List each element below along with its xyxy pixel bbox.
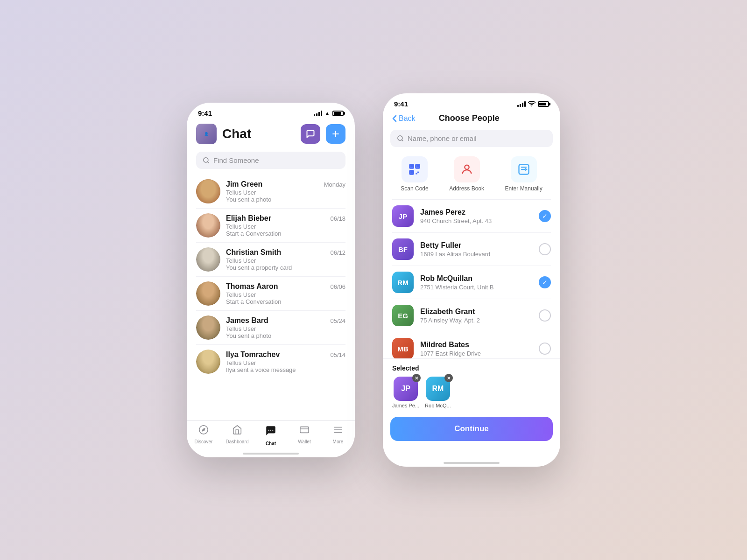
contact-elizabeth-grant[interactable]: EG Elizabeth Grant 75 Ainsley Way, Apt. … <box>383 299 560 332</box>
tab-label-wallet: Wallet <box>298 439 310 444</box>
info-james-perez: James Perez 940 Church Street, Apt. 43 <box>420 208 532 224</box>
chat-avatar-main: 👤 <box>196 124 217 144</box>
search-icon-1 <box>203 157 210 164</box>
page-header-2: Back Choose People <box>383 111 560 130</box>
tab-dashboard[interactable]: Dashboard <box>220 425 254 446</box>
chat-item-jim[interactable]: Jim Green Monday Tellus User You sent a … <box>187 175 355 208</box>
tab-label-dashboard: Dashboard <box>226 439 249 444</box>
tab-label-discover: Discover <box>195 439 213 444</box>
avatar-james-perez: JP <box>392 205 414 227</box>
status-bar-2: 9:41 <box>383 93 560 111</box>
check-rob-mcquillan[interactable]: ✓ <box>539 276 551 288</box>
chat-info-elijah: Elijah Bieber 06/18 Tellus User Start a … <box>226 214 345 237</box>
check-mildred-bates[interactable] <box>539 343 551 355</box>
chat-item-christian[interactable]: Christian Smith 06/12 Tellus User You se… <box>187 243 355 276</box>
check-james-perez[interactable]: ✓ <box>539 210 551 222</box>
chat-info-james-bard: James Bard 05/24 Tellus User You sent a … <box>226 316 345 339</box>
tab-chat[interactable]: Chat <box>254 425 288 446</box>
address-book-button[interactable]: Address Book <box>449 156 484 192</box>
tab-discover[interactable]: Discover <box>187 425 220 446</box>
chat-name-jim: Jim Green <box>226 180 262 189</box>
svg-line-3 <box>207 161 209 163</box>
address-book-label: Address Book <box>449 185 484 192</box>
tab-wallet[interactable]: Wallet <box>288 425 321 446</box>
enter-icon-box <box>511 156 537 182</box>
tab-bar-1: Discover Dashboard Chat Wallet More <box>187 420 355 457</box>
scan-code-button[interactable]: Scan Code <box>401 156 428 192</box>
svg-point-7 <box>270 430 271 431</box>
avatar-rob-mcquillan: RM <box>392 272 414 293</box>
svg-point-6 <box>268 430 269 431</box>
chip-name-rm: Rob McQ... <box>425 403 451 408</box>
wallet-icon <box>299 425 310 438</box>
scan-code-label: Scan Code <box>401 185 428 192</box>
chat-info-christian: Christian Smith 06/12 Tellus User You se… <box>226 248 345 271</box>
avatar-elizabeth-grant: EG <box>392 305 414 326</box>
contact-rob-mcquillan[interactable]: RM Rob McQuillan 2751 Wisteria Court, Un… <box>383 266 560 299</box>
search-icon-2 <box>397 135 404 142</box>
chip-avatar-jp: JP ✕ <box>394 377 418 401</box>
enter-manually-button[interactable]: Enter Manually <box>505 156 543 192</box>
back-button[interactable]: Back <box>392 114 416 123</box>
chat-icon-button[interactable] <box>301 124 320 144</box>
status-icons-2 <box>517 100 549 108</box>
check-betty-fuller[interactable] <box>539 243 551 255</box>
more-icon <box>333 425 343 438</box>
info-rob-mcquillan: Rob McQuillan 2751 Wisteria Court, Unit … <box>420 274 532 291</box>
search-bar-2[interactable]: Name, phone or email <box>390 130 553 147</box>
battery-icon <box>332 111 344 116</box>
selected-chips: JP ✕ James Pe... RM ✕ Rob McQ... <box>392 377 551 408</box>
address-icon-box <box>454 156 480 182</box>
wifi-icon-2 <box>528 100 536 108</box>
chat-date-elijah: 06/18 <box>330 215 345 222</box>
selected-chip-jp: JP ✕ James Pe... <box>392 377 419 408</box>
chat-date-jim: Monday <box>324 181 345 188</box>
tab-label-more: More <box>333 439 344 444</box>
new-chat-button[interactable] <box>326 124 345 144</box>
wifi-icon: ▲ <box>324 110 330 117</box>
chat-item-ilya[interactable]: Ilya Tomrachev 05/14 Tellus User Ilya se… <box>187 345 355 378</box>
discover-icon <box>198 425 209 438</box>
svg-line-16 <box>402 140 403 141</box>
signal-icon-2 <box>517 101 526 107</box>
contact-mildred-bates[interactable]: MB Mildred Bates 1077 East Ridge Drive <box>383 332 560 358</box>
avatar-betty-fuller: BF <box>392 238 414 260</box>
tab-more[interactable]: More <box>321 425 355 446</box>
avatar-elijah <box>196 213 220 238</box>
signal-icon <box>314 111 322 116</box>
status-icons-1: ▲ <box>314 110 344 117</box>
chat-title: Chat <box>222 126 295 141</box>
svg-rect-9 <box>300 427 309 433</box>
info-mildred-bates: Mildred Bates 1077 East Ridge Drive <box>420 341 532 357</box>
svg-rect-21 <box>417 166 419 168</box>
svg-point-14 <box>531 105 532 106</box>
chip-close-rm[interactable]: ✕ <box>444 374 453 382</box>
home-indicator-2 <box>444 462 500 464</box>
chat-info-thomas: Thomas Aaron 06/06 Tellus User Start a C… <box>226 282 345 305</box>
status-bar-1: 9:41 ▲ <box>187 103 355 120</box>
svg-rect-22 <box>411 172 413 174</box>
chat-item-thomas[interactable]: Thomas Aaron 06/06 Tellus User Start a C… <box>187 277 355 310</box>
selected-label: Selected <box>392 364 551 372</box>
continue-button[interactable]: Continue <box>390 417 553 441</box>
tab-label-chat: Chat <box>266 441 276 446</box>
contact-betty-fuller[interactable]: BF Betty Fuller 1689 Las Alitas Boulevar… <box>383 233 560 266</box>
svg-rect-20 <box>411 166 413 168</box>
chat-info-ilya: Ilya Tomrachev 05/14 Tellus User Ilya se… <box>226 350 345 373</box>
svg-point-2 <box>204 158 208 162</box>
search-placeholder-1: Find Someone <box>213 156 259 164</box>
avatar-thomas <box>196 281 220 306</box>
contact-james-perez[interactable]: JP James Perez 940 Church Street, Apt. 4… <box>383 200 560 232</box>
chat-item-james-bard[interactable]: James Bard 05/24 Tellus User You sent a … <box>187 311 355 344</box>
info-betty-fuller: Betty Fuller 1689 Las Alitas Boulevard <box>420 241 532 258</box>
search-bar-1[interactable]: Find Someone <box>196 152 345 169</box>
contact-list: JP James Perez 940 Church Street, Apt. 4… <box>383 200 560 358</box>
phone-choose-people-screen: 9:41 Back Choose People <box>383 93 560 467</box>
chat-info-jim: Jim Green Monday Tellus User You sent a … <box>226 180 345 203</box>
chat-item-elijah[interactable]: Elijah Bieber 06/18 Tellus User Start a … <box>187 209 355 242</box>
back-label: Back <box>399 114 416 123</box>
chat-tab-icon <box>265 425 277 440</box>
check-elizabeth-grant[interactable] <box>539 309 551 322</box>
time-1: 9:41 <box>198 109 212 117</box>
chip-close-jp[interactable]: ✕ <box>412 374 421 382</box>
